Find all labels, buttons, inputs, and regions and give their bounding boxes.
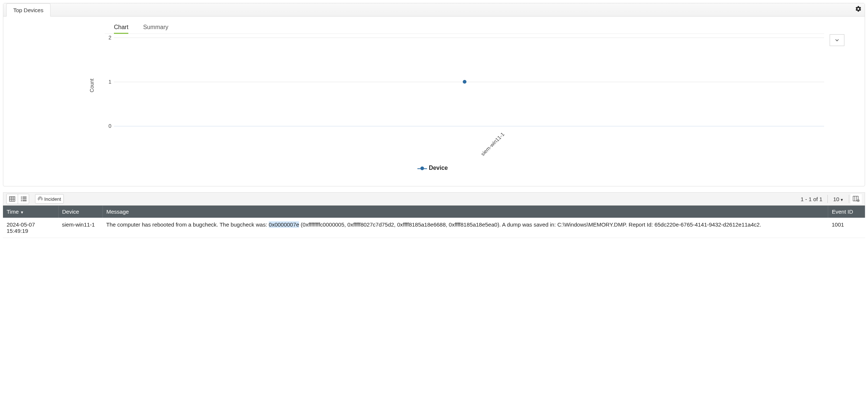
- list-view-button[interactable]: [18, 194, 29, 204]
- list-icon: [21, 196, 27, 202]
- cell-event-id: 1001: [828, 218, 865, 238]
- results-toolbar: Incident 1 - 1 of 1 10▼: [3, 192, 865, 206]
- column-header-message[interactable]: Message: [103, 206, 828, 218]
- table-view-button[interactable]: [7, 194, 18, 204]
- cell-time: 2024-05-07 15:49:19: [3, 218, 58, 238]
- fingerprint-icon: [38, 196, 43, 202]
- view-mode-group: [6, 194, 29, 204]
- chart-gridline: [114, 82, 824, 82]
- chart-legend: Device: [18, 165, 850, 171]
- incident-button[interactable]: Incident: [35, 194, 64, 204]
- subtab-chart[interactable]: Chart: [114, 24, 128, 34]
- table-row[interactable]: 2024-05-07 15:49:19 siem-win11-1 The com…: [3, 218, 865, 238]
- toolbar-separator: [849, 195, 849, 203]
- chart-legend-label: Device: [429, 165, 448, 171]
- svg-point-5: [21, 197, 22, 198]
- table-icon: [9, 196, 15, 202]
- pagination-text: 1 - 1 of 1: [797, 196, 826, 202]
- chart-ytick-0: 0: [104, 123, 111, 129]
- legend-marker-icon: [420, 167, 424, 170]
- column-header-event-id[interactable]: Event ID: [828, 206, 865, 218]
- chart-x-axis-line: [114, 126, 824, 126]
- chart-data-point[interactable]: [463, 80, 466, 84]
- rows-per-page-dropdown[interactable]: 10▼: [829, 196, 847, 202]
- chart-ytick-1: 1: [104, 79, 111, 85]
- chart-plot-area: Count 2 1 0 siem-win11-1: [105, 38, 824, 133]
- cell-message: The computer has rebooted from a bugchec…: [103, 218, 828, 238]
- column-settings-button[interactable]: [851, 194, 862, 204]
- svg-point-6: [21, 199, 22, 200]
- chart-subtabs: Chart Summary: [18, 24, 850, 34]
- cell-device: siem-win11-1: [58, 218, 103, 238]
- column-header-device[interactable]: Device: [58, 206, 103, 218]
- column-header-time[interactable]: Time▼: [3, 206, 58, 218]
- columns-icon: [853, 196, 860, 202]
- chart-ytick-2: 2: [104, 35, 111, 41]
- svg-point-7: [21, 200, 22, 202]
- tab-top-devices[interactable]: Top Devices: [6, 3, 51, 17]
- incident-button-label: Incident: [44, 196, 61, 202]
- top-devices-panel: Top Devices Chart Summary Count 2 1 0 si…: [3, 3, 865, 186]
- gear-icon[interactable]: [855, 6, 862, 14]
- message-highlight: 0x0000007e: [269, 221, 299, 228]
- chart-y-axis-label: Count: [89, 78, 95, 92]
- subtab-summary[interactable]: Summary: [143, 24, 168, 34]
- chart-container: Chart Summary Count 2 1 0 siem-win11-1 D…: [3, 17, 865, 186]
- results-table: Time▼ Device Message Event ID 2024-05-07…: [3, 206, 865, 238]
- toolbar-separator: [827, 195, 828, 203]
- rows-per-page-value: 10: [833, 196, 839, 202]
- svg-rect-0: [10, 197, 15, 202]
- panel-tabbar: Top Devices: [3, 3, 865, 17]
- chart-x-category-label: siem-win11-1: [480, 131, 506, 157]
- chart-gridline: [114, 38, 824, 38]
- results-section: Incident 1 - 1 of 1 10▼ Time▼ Device Mes…: [3, 192, 865, 238]
- table-header-row: Time▼ Device Message Event ID: [3, 206, 865, 218]
- chart-options-dropdown[interactable]: [830, 34, 844, 46]
